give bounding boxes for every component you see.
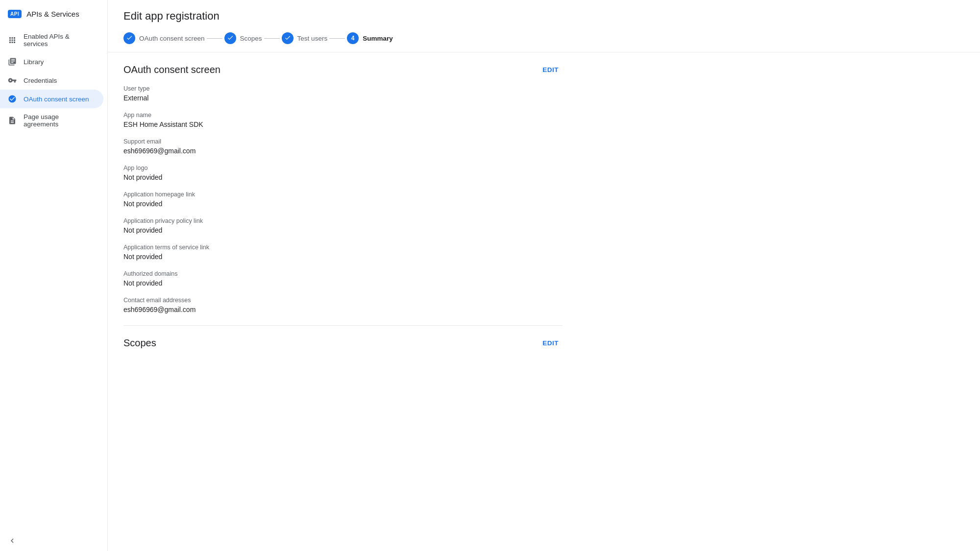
checkmark-icon [126, 34, 133, 43]
checkmark-icon-2 [227, 34, 234, 43]
field-app-logo: App logo Not provided [123, 165, 563, 181]
section-divider [123, 325, 563, 326]
step-number-4: 4 [351, 35, 355, 42]
step-label-1: OAuth consent screen [139, 35, 205, 42]
main-content: Edit app registration OAuth consent scre… [108, 0, 980, 551]
step-circle-3 [282, 32, 294, 44]
step-circle-2 [224, 32, 236, 44]
field-value-authorized-domains: Not provided [123, 279, 563, 287]
field-authorized-domains: Authorized domains Not provided [123, 270, 563, 287]
sidebar-nav: Enabled APIs & services Library Credenti… [0, 26, 107, 135]
field-app-name: App name ESH Home Assistant SDK [123, 112, 563, 128]
scopes-section: Scopes EDIT [123, 337, 563, 349]
sidebar-item-credentials[interactable]: Credentials [0, 71, 103, 90]
step-label-2: Scopes [240, 35, 262, 42]
field-homepage-link: Application homepage link Not provided [123, 191, 563, 208]
field-privacy-policy: Application privacy policy link Not prov… [123, 217, 563, 234]
credentials-icon [8, 76, 17, 85]
field-label-app-name: App name [123, 112, 563, 119]
step-scopes: Scopes [224, 32, 262, 44]
sidebar: API APIs & Services Enabled APIs & servi… [0, 0, 108, 551]
step-label-3: Test users [297, 35, 328, 42]
field-terms-of-service: Application terms of service link Not pr… [123, 244, 563, 261]
step-circle-4: 4 [347, 32, 359, 44]
sidebar-item-label: OAuth consent screen [24, 96, 89, 103]
field-value-app-logo: Not provided [123, 173, 563, 181]
sidebar-item-label: Credentials [24, 77, 57, 84]
field-user-type: User type External [123, 85, 563, 102]
sidebar-item-library[interactable]: Library [0, 52, 103, 71]
sidebar-item-enabled-apis[interactable]: Enabled APIs & services [0, 28, 103, 52]
field-value-support-email: esh696969@gmail.com [123, 147, 563, 155]
sidebar-item-label: Enabled APIs & services [24, 33, 96, 48]
oauth-edit-button[interactable]: EDIT [539, 64, 563, 75]
field-value-app-name: ESH Home Assistant SDK [123, 120, 563, 128]
stepper: OAuth consent screen Scopes Test use [123, 32, 964, 44]
step-summary: 4 Summary [347, 32, 393, 44]
sidebar-item-label: Library [24, 58, 44, 66]
field-label-terms-of-service: Application terms of service link [123, 244, 563, 251]
field-contact-email: Contact email addresses esh696969@gmail.… [123, 297, 563, 313]
oauth-consent-section: OAuth consent screen EDIT User type Exte… [123, 64, 563, 313]
main-header: Edit app registration OAuth consent scre… [108, 0, 980, 52]
oauth-section-header: OAuth consent screen EDIT [123, 64, 563, 75]
library-icon [8, 57, 17, 66]
field-label-privacy-policy: Application privacy policy link [123, 217, 563, 224]
scopes-section-header: Scopes EDIT [123, 337, 563, 349]
scopes-edit-button[interactable]: EDIT [539, 337, 563, 349]
step-connector-2 [264, 38, 280, 39]
content-area: OAuth consent screen EDIT User type Exte… [108, 52, 578, 370]
field-label-app-logo: App logo [123, 165, 563, 171]
field-value-terms-of-service: Not provided [123, 253, 563, 261]
oauth-icon [8, 95, 17, 103]
grid-icon [8, 36, 17, 45]
step-connector-3 [329, 38, 345, 39]
sidebar-item-page-usage[interactable]: Page usage agreements [0, 108, 103, 133]
page-title: Edit app registration [123, 10, 964, 23]
step-oauth-consent-screen: OAuth consent screen [123, 32, 205, 44]
field-value-user-type: External [123, 94, 563, 102]
field-label-support-email: Support email [123, 138, 563, 145]
sidebar-title: APIs & Services [26, 10, 79, 18]
step-connector-1 [207, 38, 222, 39]
step-circle-1 [123, 32, 135, 44]
step-label-4: Summary [363, 35, 393, 42]
oauth-section-title: OAuth consent screen [123, 64, 220, 75]
field-label-user-type: User type [123, 85, 563, 92]
field-value-homepage-link: Not provided [123, 200, 563, 208]
scopes-section-title: Scopes [123, 337, 156, 349]
sidebar-item-oauth-consent[interactable]: OAuth consent screen [0, 90, 103, 108]
api-logo: API [8, 10, 22, 18]
field-label-authorized-domains: Authorized domains [123, 270, 563, 277]
field-support-email: Support email esh696969@gmail.com [123, 138, 563, 155]
page-usage-icon [8, 116, 17, 125]
collapse-button[interactable] [0, 530, 107, 551]
field-value-contact-email: esh696969@gmail.com [123, 306, 563, 313]
step-test-users: Test users [282, 32, 328, 44]
field-label-homepage-link: Application homepage link [123, 191, 563, 198]
field-label-contact-email: Contact email addresses [123, 297, 563, 304]
field-value-privacy-policy: Not provided [123, 226, 563, 234]
sidebar-header: API APIs & Services [0, 6, 107, 26]
sidebar-item-label: Page usage agreements [24, 113, 96, 128]
checkmark-icon-3 [284, 34, 291, 43]
